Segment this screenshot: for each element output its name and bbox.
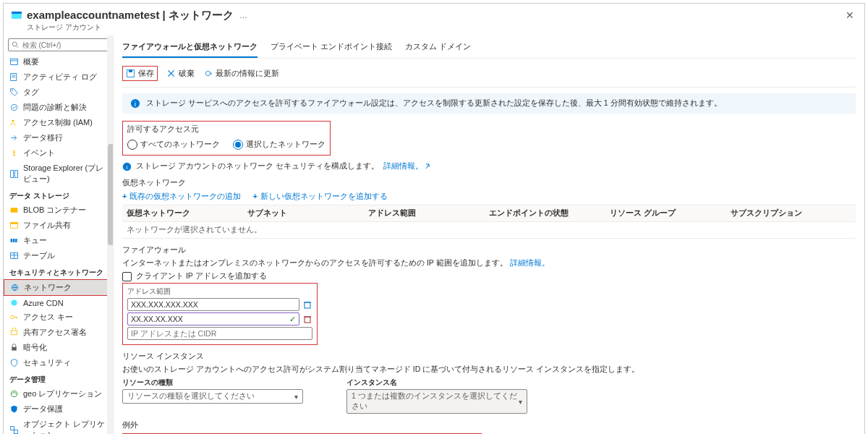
nav-storage-explorer[interactable]: Storage Explorer (プレビュー) — [4, 161, 113, 187]
ri-col2-label: インスタンス名 — [346, 378, 527, 388]
tab-custom-domain[interactable]: カスタム ドメイン — [405, 35, 471, 58]
sidebar-scrollbar[interactable] — [107, 35, 114, 434]
vnet-empty-row: ネットワークが選択されていません。 — [122, 222, 856, 239]
svg-point-11 — [12, 119, 14, 122]
ri-col1-label: リソースの種類 — [122, 378, 303, 388]
firewall-desc: インターネットまたはオンプレミスのネットワークからのアクセスを許可するための I… — [122, 258, 508, 267]
add-new-vnet-link[interactable]: 新しい仮想ネットワークを追加する — [252, 191, 387, 202]
svg-point-27 — [11, 315, 14, 319]
exceptions-heading: 例外 — [122, 420, 856, 430]
nav-section-data-mgmt: データ管理 — [4, 370, 113, 386]
delete-icon[interactable] — [302, 314, 312, 324]
discard-icon — [166, 69, 176, 78]
nav-migration[interactable]: データ移行 — [4, 130, 113, 145]
add-client-ip-checkbox[interactable] — [122, 272, 132, 281]
nav-fileshare[interactable]: ファイル共有 — [4, 218, 113, 233]
nav-object-replication[interactable]: オブジェクト レプリケーション — [4, 417, 113, 434]
refresh-icon — [203, 69, 213, 78]
nav-activity-log[interactable]: アクティビティ ログ — [4, 69, 113, 85]
svg-rect-31 — [12, 347, 17, 351]
svg-rect-17 — [11, 239, 12, 242]
svg-rect-16 — [11, 222, 18, 224]
refresh-button[interactable]: 最新の情報に更新 — [203, 68, 279, 79]
storage-account-icon — [11, 9, 22, 21]
nav-security[interactable]: セキュリティ — [4, 355, 113, 370]
chevron-down-icon: ▾ — [294, 393, 298, 401]
radio-selected-networks[interactable]: 選択したネットワーク — [233, 139, 326, 150]
add-existing-vnet-link[interactable]: 既存の仮想ネットワークの追加 — [122, 191, 241, 202]
tabs: ファイアウォールと仮想ネットワーク プライベート エンドポイント接続 カスタム … — [122, 35, 856, 59]
resource-instances-heading: リソース インスタンス — [122, 351, 856, 362]
svg-rect-18 — [13, 239, 14, 242]
save-button[interactable]: 保存 — [122, 66, 158, 81]
address-range-label: アドレス範囲 — [127, 286, 312, 297]
svg-rect-4 — [11, 59, 18, 64]
nav-tags[interactable]: タグ — [4, 85, 113, 100]
nav-cdn[interactable]: Azure CDN — [4, 296, 113, 310]
svg-rect-1 — [12, 12, 22, 14]
nav-networking[interactable]: ネットワーク — [4, 279, 113, 296]
svg-text:i: i — [127, 163, 128, 170]
ri-instance-select[interactable]: 1 つまたは複数のインスタンスを選択してください▾ — [346, 389, 527, 414]
svg-point-26 — [11, 299, 17, 305]
nav-access-keys[interactable]: アクセス キー — [4, 310, 113, 325]
svg-rect-52 — [305, 317, 310, 323]
delete-icon[interactable] — [302, 299, 312, 310]
address-input-1[interactable]: XX.XX.XX.XXX — [127, 312, 299, 326]
svg-rect-50 — [305, 302, 310, 308]
discard-button[interactable]: 破棄 — [166, 68, 195, 79]
svg-point-10 — [11, 104, 17, 110]
nav-data-protection[interactable]: データ保護 — [4, 401, 113, 417]
address-input-new[interactable] — [127, 327, 312, 340]
ri-type-select[interactable]: リソースの種類を選択してください▾ — [122, 389, 303, 404]
page-subtitle: ストレージ アカウント — [20, 22, 864, 33]
svg-rect-43 — [129, 70, 132, 72]
page-title: exampleaccountnametest | ネットワーク — [27, 9, 234, 22]
nav-blob[interactable]: BLOB コンテナー — [4, 203, 113, 218]
svg-point-9 — [12, 90, 13, 91]
nav-sas[interactable]: 共有アクセス署名 — [4, 325, 113, 340]
nav-geo[interactable]: geo レプリケーション — [4, 386, 113, 401]
nav-diagnose[interactable]: 問題の診断と解決 — [4, 100, 113, 115]
chevron-down-icon: ▾ — [519, 398, 522, 406]
allow-help-line: i ストレージ アカウントのネットワーク セキュリティを構成します。 詳細情報。 — [122, 161, 856, 171]
svg-text:i: i — [135, 101, 136, 108]
vnet-table-header: 仮想ネットワーク サブネット アドレス範囲 エンドポイントの状態 リソース グル… — [122, 205, 856, 222]
header-ellipsis[interactable]: … — [239, 11, 247, 20]
nav-overview[interactable]: 概要 — [4, 54, 113, 69]
svg-rect-13 — [14, 170, 17, 177]
address-range-box: アドレス範囲 XXX.XXX.XXX.XXX XX.XX.XX.XXX — [122, 283, 318, 345]
allow-help-link[interactable]: 詳細情報。 — [383, 161, 432, 171]
radio-all-networks[interactable]: すべてのネットワーク — [127, 139, 220, 150]
close-icon[interactable]: ✕ — [843, 8, 857, 22]
svg-rect-33 — [11, 426, 14, 430]
nav-section-data-storage: データ ストレージ — [4, 187, 113, 203]
allow-access-label: 許可するアクセス元 — [127, 124, 326, 135]
svg-point-2 — [12, 42, 17, 46]
address-input-0[interactable]: XXX.XXX.XXX.XXX — [127, 298, 299, 311]
nav-table[interactable]: テーブル — [4, 248, 113, 263]
firewall-heading: ファイアウォール — [122, 244, 856, 255]
info-bar: i ストレージ サービスへのアクセスを許可するファイアウォール設定は、アクセスを… — [122, 93, 856, 114]
tab-firewall-vnet[interactable]: ファイアウォールと仮想ネットワーク — [122, 35, 258, 58]
sidebar: 概要 アクティビティ ログ タグ 問題の診断と解決 アクセス制御 (IAM) デ… — [4, 35, 114, 434]
add-client-ip-label: クライアント IP アドレスを追加する — [136, 271, 267, 281]
svg-rect-19 — [15, 239, 17, 242]
svg-rect-14 — [11, 208, 18, 213]
svg-rect-34 — [14, 430, 18, 433]
info-icon: i — [130, 98, 140, 109]
search-input[interactable] — [8, 38, 109, 51]
command-bar: 保存 破棄 最新の情報に更新 — [122, 63, 856, 88]
nav-encryption[interactable]: 暗号化 — [4, 340, 113, 355]
svg-line-3 — [17, 46, 19, 48]
nav-queue[interactable]: キュー — [4, 233, 113, 248]
firewall-doc-link[interactable]: 詳細情報。 — [510, 258, 550, 268]
nav-iam[interactable]: アクセス制御 (IAM) — [4, 115, 113, 130]
info-icon: i — [122, 162, 132, 171]
resource-instances-desc: お使いのストレージ アカウントへのアクセス許可がシステム割り当てマネージド ID… — [122, 365, 856, 375]
nav-section-security-network: セキュリティとネットワーク — [4, 263, 113, 279]
nav-events[interactable]: イベント — [4, 145, 113, 161]
tab-private-endpoint[interactable]: プライベート エンドポイント接続 — [271, 35, 392, 58]
svg-rect-30 — [11, 331, 17, 335]
search-icon — [12, 41, 20, 49]
